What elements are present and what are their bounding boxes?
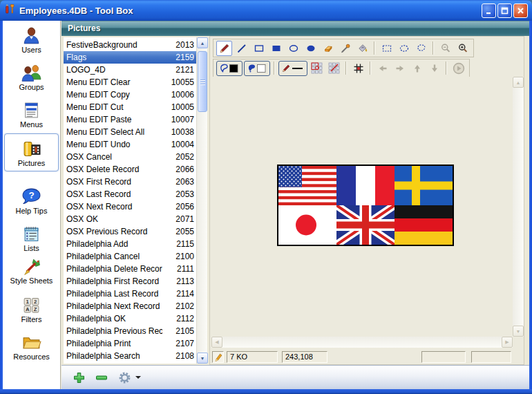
picture-list-panel: FestiveBackground 2013 Flags 2159 LOGO_4… (64, 37, 207, 364)
hot-spot-icon (353, 63, 364, 74)
canvas-vertical-scrollbar[interactable]: ▲ ▼ (513, 77, 524, 337)
select-rectangle-tool-button[interactable] (379, 41, 395, 56)
toolbar-separator (274, 62, 275, 75)
list-item[interactable]: LOGO_4D 2121 (64, 64, 196, 76)
list-item[interactable]: Philadelphia Cancel 2100 (64, 250, 196, 263)
picture-name: OSX Next Record (66, 200, 162, 213)
maximize-button[interactable] (497, 3, 512, 18)
ellipse-tool-button[interactable] (285, 41, 301, 56)
play-icon (453, 62, 465, 75)
sidebar-item-users[interactable]: Users (4, 26, 59, 54)
close-button[interactable] (513, 3, 528, 18)
sidebar-item-groups[interactable]: Groups (4, 63, 59, 91)
toolbar-separator (345, 62, 347, 75)
list-item[interactable]: Menu EDIT Undo 10004 (64, 138, 196, 151)
minimize-button[interactable] (482, 3, 496, 18)
canvas-scroll-left-button[interactable]: ◀ (211, 337, 222, 348)
window-border-right (529, 21, 532, 389)
list-item[interactable]: Philadelphia Print 2107 (64, 337, 196, 350)
line-width-button[interactable] (278, 61, 307, 76)
list-item[interactable]: OSX Previous Record 2055 (64, 225, 196, 238)
editor-canvas[interactable] (211, 77, 513, 337)
toolbar-separator (374, 41, 375, 55)
list-item[interactable]: Philadelphia Add 2115 (64, 238, 196, 250)
list-item[interactable]: Menu EDIT Paste 10007 (64, 113, 196, 126)
list-item[interactable]: OSX OK 2071 (64, 213, 196, 225)
nudge-up-button[interactable] (409, 61, 425, 76)
scroll-down-button[interactable]: ▼ (197, 353, 208, 364)
list-scrollbar[interactable]: ▲ ▼ (196, 37, 207, 364)
hot-spot-button[interactable] (350, 61, 366, 76)
title-bar[interactable]: Employees.4DB - Tool Box (0, 0, 532, 21)
lasso-tool-button[interactable] (413, 41, 429, 56)
sidebar-item-style-sheets[interactable]: Style Sheets (4, 256, 59, 285)
paint-bucket-tool-button[interactable] (354, 41, 370, 56)
list-item[interactable]: Philadelphia Search 2108 (64, 350, 196, 362)
filled-ellipse-tool-button[interactable] (303, 41, 319, 56)
canvas-scroll-right-button[interactable]: ▶ (502, 337, 513, 348)
scroll-thumb[interactable] (198, 51, 207, 112)
sidebar-item-lists[interactable]: Lists (4, 224, 59, 252)
picture-id: 2055 (162, 225, 194, 238)
svg-text:Z: Z (34, 306, 37, 312)
select-ellipse-tool-button[interactable] (396, 41, 412, 56)
filled-rectangle-tool-button[interactable] (268, 41, 284, 56)
list-item[interactable]: OSX Cancel 2052 (64, 151, 196, 163)
picture-id: 2112 (162, 312, 194, 325)
eyedropper-tool-button[interactable] (337, 41, 353, 56)
eraser-tool-button[interactable] (320, 41, 336, 56)
list-item[interactable]: Philadelphia OK 2112 (64, 312, 196, 325)
background-color-button[interactable] (244, 61, 270, 76)
line-tool-button[interactable] (234, 41, 249, 56)
main-area: Pictures FestiveBackground 2013 Flags 21… (61, 21, 529, 389)
sidebar-item-help-tips[interactable]: ? Help Tips (4, 187, 59, 215)
list-item[interactable]: OSX Delete Record 2066 (64, 163, 196, 176)
sidebar-item-pictures[interactable]: Pictures (4, 133, 59, 171)
list-item[interactable]: Flags 2159 (64, 51, 196, 64)
list-item[interactable]: Philadelphia Previous Record 2105 (64, 325, 196, 337)
remove-button[interactable] (95, 372, 108, 384)
add-button[interactable] (73, 372, 85, 384)
picture-list[interactable]: FestiveBackground 2013 Flags 2159 LOGO_4… (64, 39, 196, 364)
nudge-down-button[interactable] (426, 61, 442, 76)
list-item[interactable]: Menu EDIT Cut 10005 (64, 101, 196, 113)
picture-id: 2071 (162, 213, 194, 225)
pattern-zoom-button[interactable] (309, 61, 325, 76)
list-item[interactable]: Menu EDIT Select All 10038 (64, 126, 196, 138)
sidebar-item-resources[interactable]: Resources (4, 332, 59, 361)
dropdown-caret-icon (135, 376, 141, 379)
nudge-left-button[interactable] (374, 61, 390, 76)
pencil-tool-button[interactable] (216, 41, 232, 56)
settings-button[interactable] (118, 371, 141, 384)
list-item[interactable]: OSX Next Record 2056 (64, 200, 196, 213)
list-item[interactable]: Menu EDIT Clear 10055 (64, 76, 196, 88)
picture-id: 2102 (162, 300, 194, 312)
zoom-out-tool-button[interactable] (437, 41, 453, 56)
pattern-edit-button[interactable] (326, 61, 342, 76)
list-item[interactable]: OSX Last Record 2053 (64, 188, 196, 200)
draw-toolbar (213, 39, 474, 57)
zoom-in-tool-button[interactable] (455, 41, 471, 56)
arrow-up-icon (412, 63, 423, 74)
list-item[interactable]: FestiveBackground 2013 (64, 39, 196, 51)
flags-image (277, 165, 454, 246)
list-item[interactable]: Philadelphia Next Record 2102 (64, 300, 196, 312)
scroll-up-button[interactable]: ▲ (197, 37, 208, 48)
nudge-right-button[interactable] (392, 61, 408, 76)
list-item[interactable]: Philadelphia Delete Record 2111 (64, 263, 196, 275)
sidebar-item-filters[interactable]: 12 AZ Filters (4, 295, 59, 323)
sidebar-label: Menus (4, 121, 59, 129)
rectangle-tool-button[interactable] (251, 41, 267, 56)
foreground-color-button[interactable] (216, 61, 243, 76)
list-item[interactable]: Philadelphia First Record 2113 (64, 275, 196, 288)
flag-france (336, 166, 395, 205)
canvas-horizontal-scrollbar[interactable]: ◀ ▶ (211, 337, 513, 348)
app-window: Employees.4DB - Tool Box (0, 0, 532, 394)
canvas-scroll-up-button[interactable]: ▲ (513, 77, 524, 88)
list-item[interactable]: OSX First Record 2063 (64, 176, 196, 188)
list-item[interactable]: Philadelphia Last Record 2114 (64, 288, 196, 300)
sidebar-item-menus[interactable]: Menus (4, 100, 59, 129)
canvas-scroll-down-button[interactable]: ▼ (513, 326, 524, 337)
play-button[interactable] (450, 61, 466, 76)
list-item[interactable]: Menu EDIT Copy 10006 (64, 88, 196, 101)
